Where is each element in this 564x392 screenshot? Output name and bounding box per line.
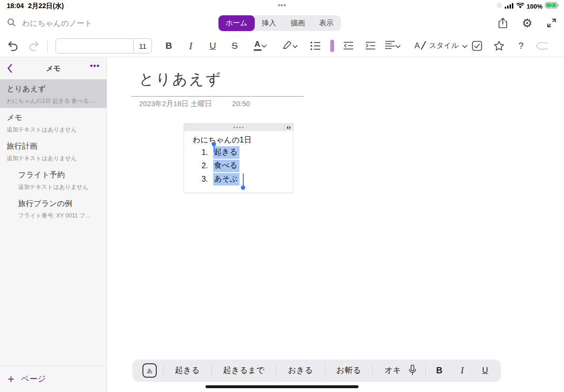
sidebar: メモ ••• とりあえず わにちゃんの1日 起きる 食べる… メモ 追加テキスト…: [0, 57, 107, 392]
home-indicator[interactable]: [206, 385, 358, 388]
outdent-button[interactable]: [342, 41, 355, 51]
suggestion[interactable]: オキ: [372, 365, 401, 376]
bold-quick-button[interactable]: B: [428, 366, 451, 376]
undo-button[interactable]: [6, 40, 20, 52]
list-item-subpage[interactable]: フライト予約 追加テキストはありません: [0, 165, 107, 194]
align-left-icon: [385, 41, 395, 51]
page-date[interactable]: 2023年2月18日 土曜日: [139, 99, 212, 109]
outline-body[interactable]: わにちゃんの1日 1. 起きる 2. 食べる 3. あそぶ: [184, 131, 293, 186]
numbered-list-item[interactable]: 1. 起きる: [193, 146, 293, 159]
underline-button[interactable]: U: [206, 41, 220, 51]
suggestion[interactable]: 起きる: [163, 365, 211, 376]
search-icon: [7, 18, 16, 29]
selected-text[interactable]: あそぶ: [213, 173, 239, 185]
font-controls: 11: [55, 38, 152, 54]
selection-end-handle[interactable]: [241, 185, 245, 190]
styles-pen-icon: A: [414, 40, 425, 52]
search-field[interactable]: わにちゃんのノート: [7, 18, 92, 29]
tag-button[interactable]: [533, 42, 549, 50]
sidebar-header: メモ •••: [0, 57, 107, 79]
share-icon[interactable]: [496, 16, 510, 30]
tab-view[interactable]: 表示: [312, 15, 341, 31]
list-item[interactable]: とりあえず わにちゃんの1日 起きる 食べる…: [0, 79, 107, 108]
list-item[interactable]: 旅行計画 追加テキストはありません: [0, 137, 107, 165]
sun-icon: [496, 2, 502, 11]
settings-gear-icon[interactable]: ⚙: [521, 16, 534, 30]
font-name-field[interactable]: [56, 39, 133, 53]
font-color-icon: A: [254, 41, 261, 51]
highlighter-icon: [282, 40, 293, 52]
chevron-down-icon: [462, 42, 467, 50]
status-date: 2月22日(水): [28, 2, 64, 11]
question-tag-button[interactable]: ?: [515, 41, 527, 51]
list-item-subpage[interactable]: 旅行プランの例 フライト番号: XY 0011 フ…: [0, 194, 107, 223]
font-size-field[interactable]: 11: [133, 39, 152, 53]
title-divider: [131, 96, 304, 97]
keyboard-suggestion-bar: ぁ 起きる 起きるまで おきる お斬る オキ B I U: [132, 359, 501, 381]
ribbon-tab-group: ホーム 挿入 描画 表示: [218, 15, 341, 31]
battery-percent: 100%: [527, 3, 542, 10]
selected-text[interactable]: 食べる: [213, 160, 239, 172]
tab-draw[interactable]: 描画: [283, 15, 312, 31]
nav-actions: ⚙: [496, 16, 558, 30]
list-item[interactable]: メモ 追加テキストはありません: [0, 108, 107, 137]
underline-quick-button[interactable]: U: [474, 366, 497, 375]
chevron-down-icon: [395, 42, 401, 50]
page-title[interactable]: とりあえず: [139, 69, 222, 89]
todo-checkbox-button[interactable]: [470, 41, 484, 51]
nav-bar: わにちゃんのノート ホーム 挿入 描画 表示 ⚙: [0, 11, 564, 34]
bold-button[interactable]: B: [162, 41, 176, 51]
battery-icon: [545, 2, 559, 11]
star-tag-button[interactable]: [492, 40, 506, 52]
cellular-signal-icon: [505, 2, 514, 11]
status-left: 18:04 2月22日(水): [7, 2, 64, 11]
italic-button[interactable]: I: [184, 40, 198, 51]
styles-label: スタイル: [429, 41, 458, 50]
indent-button[interactable]: [364, 41, 377, 51]
screen: 18:04 2月22日(水) ••• 100% わにちゃんのノート: [0, 0, 564, 392]
chevron-down-icon: [261, 42, 267, 50]
page-canvas[interactable]: とりあえず 2023年2月18日 土曜日 20:50 わにちゃんの1日 1. 起…: [107, 57, 564, 392]
wifi-icon: [516, 2, 524, 11]
plus-icon: +: [8, 373, 14, 385]
toolbar-divider: [47, 39, 48, 53]
chevron-down-icon: [293, 42, 298, 50]
highlighter-button[interactable]: [278, 40, 301, 52]
selection-end-bar[interactable]: [243, 174, 244, 186]
resize-arrows-icon[interactable]: [284, 124, 293, 131]
selection-start-bar[interactable]: [214, 146, 215, 152]
active-format-indicator: [330, 40, 334, 52]
notebook-name: わにちゃんのノート: [22, 19, 92, 29]
input-mode-button[interactable]: ぁ: [142, 363, 157, 378]
drag-dots-icon: [234, 127, 244, 128]
numbered-list-item[interactable]: 2. 食べる: [193, 159, 293, 173]
fullscreen-expand-icon[interactable]: [545, 16, 558, 30]
microphone-icon[interactable]: [405, 364, 420, 377]
italic-quick-button[interactable]: I: [451, 366, 474, 376]
format-toolbar: 11 B I U S A: [0, 34, 564, 57]
suggestion[interactable]: お斬る: [325, 365, 373, 376]
redo-button[interactable]: [27, 40, 41, 52]
outline-heading[interactable]: わにちゃんの1日: [193, 134, 293, 146]
status-bar: 18:04 2月22日(水) ••• 100%: [0, 0, 564, 11]
add-page-button[interactable]: + ページ: [0, 365, 107, 392]
styles-button[interactable]: A スタイル: [414, 40, 467, 52]
strikethrough-button[interactable]: S: [228, 41, 242, 51]
suggestion-list: 起きる 起きるまで おきる お斬る オキ: [163, 359, 401, 381]
suggestion-tools: B I U: [401, 364, 497, 377]
page-time[interactable]: 20:50: [232, 99, 250, 109]
multitask-dots-icon: •••: [278, 1, 286, 9]
back-chevron-icon[interactable]: [7, 64, 12, 75]
bullet-list-button[interactable]: [309, 41, 322, 51]
suggestion[interactable]: 起きるまで: [211, 365, 276, 376]
alignment-button[interactable]: [382, 41, 403, 51]
note-outline-container: わにちゃんの1日 1. 起きる 2. 食べる 3. あそぶ: [184, 123, 293, 193]
more-options-icon[interactable]: •••: [90, 61, 100, 71]
status-right: 100%: [496, 2, 559, 11]
suggestion[interactable]: おきる: [276, 365, 324, 376]
tab-insert[interactable]: 挿入: [255, 15, 283, 31]
outline-drag-handle[interactable]: [184, 124, 293, 131]
tab-home[interactable]: ホーム: [218, 15, 255, 31]
font-color-button[interactable]: A: [249, 41, 271, 51]
selected-text[interactable]: 起きる: [213, 146, 239, 159]
